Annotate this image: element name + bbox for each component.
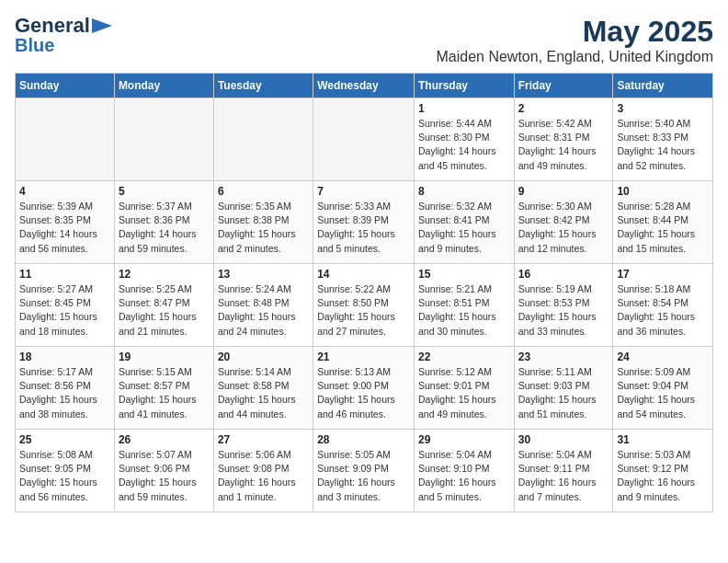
calendar-cell: 1Sunrise: 5:44 AM Sunset: 8:30 PM Daylig… (414, 98, 514, 181)
day-number: 29 (418, 433, 510, 446)
day-number: 8 (418, 185, 510, 198)
day-number: 18 (19, 350, 110, 363)
day-number: 2 (518, 102, 609, 115)
page-title: May 2025 (436, 15, 713, 49)
weekday-header: Thursday (414, 74, 514, 98)
page-subtitle: Maiden Newton, England, United Kingdom (436, 49, 713, 65)
calendar-cell: 19Sunrise: 5:15 AM Sunset: 8:57 PM Dayli… (114, 347, 213, 430)
day-number: 26 (119, 433, 210, 446)
day-number: 12 (119, 268, 210, 281)
day-number: 9 (518, 185, 609, 198)
weekday-header: Tuesday (213, 74, 313, 98)
calendar-cell: 27Sunrise: 5:06 AM Sunset: 9:08 PM Dayli… (213, 430, 313, 512)
weekday-header: Monday (114, 74, 213, 98)
day-number: 7 (317, 185, 410, 198)
day-info: Sunrise: 5:03 AM Sunset: 9:12 PM Dayligh… (617, 448, 709, 504)
calendar-cell: 8Sunrise: 5:32 AM Sunset: 8:41 PM Daylig… (414, 181, 514, 264)
page-header: General Blue May 2025 Maiden Newton, Eng… (15, 15, 713, 65)
day-info: Sunrise: 5:22 AM Sunset: 8:50 PM Dayligh… (317, 282, 410, 339)
day-info: Sunrise: 5:14 AM Sunset: 8:58 PM Dayligh… (218, 365, 309, 421)
day-info: Sunrise: 5:40 AM Sunset: 8:33 PM Dayligh… (617, 117, 709, 173)
day-number: 3 (617, 102, 709, 115)
weekday-header: Saturday (613, 74, 713, 98)
calendar-week-row: 1Sunrise: 5:44 AM Sunset: 8:30 PM Daylig… (16, 98, 713, 181)
calendar-cell: 24Sunrise: 5:09 AM Sunset: 9:04 PM Dayli… (613, 347, 713, 430)
title-block: May 2025 Maiden Newton, England, United … (436, 15, 713, 65)
calendar-cell: 20Sunrise: 5:14 AM Sunset: 8:58 PM Dayli… (213, 347, 313, 430)
calendar-cell: 13Sunrise: 5:24 AM Sunset: 8:48 PM Dayli… (213, 264, 313, 347)
calendar-cell: 12Sunrise: 5:25 AM Sunset: 8:47 PM Dayli… (114, 264, 213, 347)
calendar-cell: 29Sunrise: 5:04 AM Sunset: 9:10 PM Dayli… (414, 430, 514, 512)
calendar-cell (313, 98, 415, 181)
calendar-cell: 28Sunrise: 5:05 AM Sunset: 9:09 PM Dayli… (313, 430, 415, 512)
calendar-cell: 14Sunrise: 5:22 AM Sunset: 8:50 PM Dayli… (313, 264, 415, 347)
calendar-cell: 3Sunrise: 5:40 AM Sunset: 8:33 PM Daylig… (613, 98, 713, 181)
day-info: Sunrise: 5:21 AM Sunset: 8:51 PM Dayligh… (418, 282, 510, 339)
day-number: 28 (317, 433, 410, 446)
calendar-cell: 15Sunrise: 5:21 AM Sunset: 8:51 PM Dayli… (414, 264, 514, 347)
day-info: Sunrise: 5:06 AM Sunset: 9:08 PM Dayligh… (218, 448, 309, 504)
day-number: 20 (218, 350, 309, 363)
calendar-cell (114, 98, 213, 181)
day-info: Sunrise: 5:33 AM Sunset: 8:39 PM Dayligh… (317, 200, 410, 256)
weekday-header: Wednesday (313, 74, 415, 98)
day-info: Sunrise: 5:44 AM Sunset: 8:30 PM Dayligh… (418, 117, 510, 173)
day-number: 1 (418, 102, 510, 115)
calendar-cell: 10Sunrise: 5:28 AM Sunset: 8:44 PM Dayli… (613, 181, 713, 264)
weekday-header: Friday (514, 74, 613, 98)
day-number: 24 (617, 350, 709, 363)
day-info: Sunrise: 5:12 AM Sunset: 9:01 PM Dayligh… (418, 365, 510, 421)
day-number: 13 (218, 268, 309, 281)
calendar-week-row: 11Sunrise: 5:27 AM Sunset: 8:45 PM Dayli… (16, 264, 713, 347)
day-number: 27 (218, 433, 309, 446)
day-number: 5 (119, 185, 210, 198)
day-info: Sunrise: 5:35 AM Sunset: 8:38 PM Dayligh… (218, 200, 309, 256)
logo-arrow-icon (92, 18, 112, 33)
calendar-cell (16, 98, 115, 181)
day-info: Sunrise: 5:04 AM Sunset: 9:11 PM Dayligh… (518, 448, 609, 504)
day-info: Sunrise: 5:32 AM Sunset: 8:41 PM Dayligh… (418, 200, 510, 256)
day-number: 16 (518, 268, 609, 281)
day-info: Sunrise: 5:04 AM Sunset: 9:10 PM Dayligh… (418, 448, 510, 504)
day-info: Sunrise: 5:39 AM Sunset: 8:35 PM Dayligh… (19, 200, 110, 256)
day-info: Sunrise: 5:17 AM Sunset: 8:56 PM Dayligh… (19, 365, 110, 421)
day-info: Sunrise: 5:42 AM Sunset: 8:31 PM Dayligh… (518, 117, 609, 173)
day-number: 10 (617, 185, 709, 198)
day-info: Sunrise: 5:13 AM Sunset: 9:00 PM Dayligh… (317, 365, 410, 421)
calendar-cell: 21Sunrise: 5:13 AM Sunset: 9:00 PM Dayli… (313, 347, 415, 430)
day-number: 4 (19, 185, 110, 198)
day-info: Sunrise: 5:19 AM Sunset: 8:53 PM Dayligh… (518, 282, 609, 339)
day-number: 25 (19, 433, 110, 446)
day-number: 14 (317, 268, 410, 281)
calendar-cell: 31Sunrise: 5:03 AM Sunset: 9:12 PM Dayli… (613, 430, 713, 512)
day-number: 21 (317, 350, 410, 363)
calendar-cell: 23Sunrise: 5:11 AM Sunset: 9:03 PM Dayli… (514, 347, 613, 430)
day-info: Sunrise: 5:05 AM Sunset: 9:09 PM Dayligh… (317, 448, 410, 504)
day-info: Sunrise: 5:09 AM Sunset: 9:04 PM Dayligh… (617, 365, 709, 421)
calendar-cell: 11Sunrise: 5:27 AM Sunset: 8:45 PM Dayli… (16, 264, 115, 347)
calendar-cell (213, 98, 313, 181)
logo: General Blue (15, 15, 112, 55)
weekday-header: Sunday (16, 74, 115, 98)
day-info: Sunrise: 5:24 AM Sunset: 8:48 PM Dayligh… (218, 282, 309, 339)
day-number: 22 (418, 350, 510, 363)
calendar-cell: 22Sunrise: 5:12 AM Sunset: 9:01 PM Dayli… (414, 347, 514, 430)
day-number: 17 (617, 268, 709, 281)
day-info: Sunrise: 5:37 AM Sunset: 8:36 PM Dayligh… (119, 200, 210, 256)
logo-blue-text: Blue (15, 35, 54, 55)
day-info: Sunrise: 5:25 AM Sunset: 8:47 PM Dayligh… (119, 282, 210, 339)
calendar-cell: 7Sunrise: 5:33 AM Sunset: 8:39 PM Daylig… (313, 181, 415, 264)
calendar-cell: 9Sunrise: 5:30 AM Sunset: 8:42 PM Daylig… (514, 181, 613, 264)
calendar-cell: 2Sunrise: 5:42 AM Sunset: 8:31 PM Daylig… (514, 98, 613, 181)
day-number: 23 (518, 350, 609, 363)
logo-text: General (15, 15, 90, 37)
calendar-table: SundayMondayTuesdayWednesdayThursdayFrid… (15, 73, 713, 512)
calendar-week-row: 18Sunrise: 5:17 AM Sunset: 8:56 PM Dayli… (16, 347, 713, 430)
day-info: Sunrise: 5:18 AM Sunset: 8:54 PM Dayligh… (617, 282, 709, 339)
day-info: Sunrise: 5:08 AM Sunset: 9:05 PM Dayligh… (19, 448, 110, 504)
day-info: Sunrise: 5:15 AM Sunset: 8:57 PM Dayligh… (119, 365, 210, 421)
day-number: 30 (518, 433, 609, 446)
day-number: 6 (218, 185, 309, 198)
calendar-week-row: 4Sunrise: 5:39 AM Sunset: 8:35 PM Daylig… (16, 181, 713, 264)
calendar-header-row: SundayMondayTuesdayWednesdayThursdayFrid… (16, 74, 713, 98)
